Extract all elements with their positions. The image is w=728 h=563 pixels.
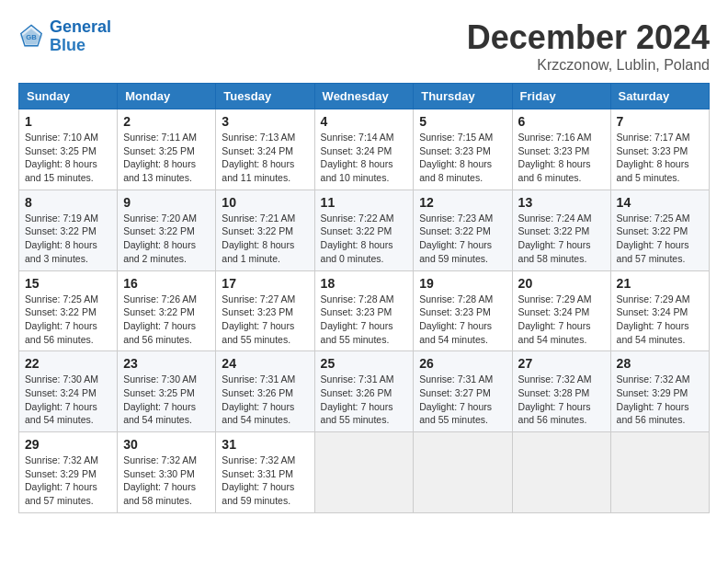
calendar-cell: 16 Sunrise: 7:26 AM Sunset: 3:22 PM Dayl… [118, 270, 216, 351]
calendar-cell: 18 Sunrise: 7:28 AM Sunset: 3:23 PM Dayl… [314, 270, 414, 351]
month-title: December 2024 [467, 18, 710, 57]
day-detail: Sunrise: 7:31 AM Sunset: 3:27 PM Dayligh… [419, 373, 506, 427]
day-detail: Sunrise: 7:25 AM Sunset: 3:22 PM Dayligh… [617, 212, 703, 266]
calendar-cell: 28 Sunrise: 7:32 AM Sunset: 3:29 PM Dayl… [610, 351, 709, 432]
day-number: 6 [518, 114, 605, 129]
day-detail: Sunrise: 7:20 AM Sunset: 3:22 PM Dayligh… [123, 212, 210, 266]
calendar-header-row: SundayMondayTuesdayWednesdayThursdayFrid… [19, 84, 710, 109]
day-number: 30 [123, 437, 210, 452]
page-header: GB General Blue December 2024 Krzczonow,… [18, 18, 710, 74]
calendar-cell [512, 432, 610, 513]
calendar-cell: 26 Sunrise: 7:31 AM Sunset: 3:27 PM Dayl… [414, 351, 512, 432]
calendar-cell: 24 Sunrise: 7:31 AM Sunset: 3:26 PM Dayl… [216, 351, 314, 432]
day-number: 25 [321, 356, 408, 371]
calendar-cell: 22 Sunrise: 7:30 AM Sunset: 3:24 PM Dayl… [19, 351, 118, 432]
day-detail: Sunrise: 7:32 AM Sunset: 3:31 PM Dayligh… [222, 454, 308, 508]
calendar-cell: 21 Sunrise: 7:29 AM Sunset: 3:24 PM Dayl… [610, 270, 709, 351]
day-detail: Sunrise: 7:24 AM Sunset: 3:22 PM Dayligh… [518, 212, 605, 266]
calendar-cell: 6 Sunrise: 7:16 AM Sunset: 3:23 PM Dayli… [512, 109, 610, 190]
calendar-table: SundayMondayTuesdayWednesdayThursdayFrid… [18, 83, 710, 513]
day-number: 3 [222, 114, 308, 129]
weekday-header-wednesday: Wednesday [314, 84, 414, 109]
day-detail: Sunrise: 7:11 AM Sunset: 3:25 PM Dayligh… [123, 131, 210, 185]
day-number: 15 [25, 276, 111, 291]
calendar-cell: 20 Sunrise: 7:29 AM Sunset: 3:24 PM Dayl… [512, 270, 610, 351]
day-detail: Sunrise: 7:25 AM Sunset: 3:22 PM Dayligh… [25, 293, 111, 347]
day-detail: Sunrise: 7:30 AM Sunset: 3:24 PM Dayligh… [25, 373, 111, 427]
calendar-cell: 19 Sunrise: 7:28 AM Sunset: 3:23 PM Dayl… [414, 270, 512, 351]
calendar-cell: 9 Sunrise: 7:20 AM Sunset: 3:22 PM Dayli… [118, 190, 216, 270]
day-number: 9 [123, 195, 210, 210]
calendar-cell [610, 432, 709, 513]
calendar-cell: 3 Sunrise: 7:13 AM Sunset: 3:24 PM Dayli… [216, 109, 314, 190]
day-number: 5 [419, 114, 506, 129]
day-detail: Sunrise: 7:27 AM Sunset: 3:23 PM Dayligh… [222, 293, 308, 347]
calendar-week-row: 29 Sunrise: 7:32 AM Sunset: 3:29 PM Dayl… [19, 432, 710, 513]
calendar-cell: 23 Sunrise: 7:30 AM Sunset: 3:25 PM Dayl… [118, 351, 216, 432]
day-number: 20 [518, 276, 605, 291]
day-detail: Sunrise: 7:10 AM Sunset: 3:25 PM Dayligh… [25, 131, 111, 185]
day-detail: Sunrise: 7:16 AM Sunset: 3:23 PM Dayligh… [518, 131, 605, 185]
weekday-header-thursday: Thursday [414, 84, 512, 109]
calendar-cell: 30 Sunrise: 7:32 AM Sunset: 3:30 PM Dayl… [118, 432, 216, 513]
day-number: 26 [419, 356, 506, 371]
logo-line2: Blue [50, 36, 85, 54]
day-detail: Sunrise: 7:21 AM Sunset: 3:22 PM Dayligh… [222, 212, 308, 266]
day-number: 10 [222, 195, 308, 210]
calendar-cell: 27 Sunrise: 7:32 AM Sunset: 3:28 PM Dayl… [512, 351, 610, 432]
day-number: 24 [222, 356, 308, 371]
day-detail: Sunrise: 7:32 AM Sunset: 3:30 PM Dayligh… [123, 454, 210, 508]
calendar-cell: 8 Sunrise: 7:19 AM Sunset: 3:22 PM Dayli… [19, 190, 118, 270]
day-detail: Sunrise: 7:29 AM Sunset: 3:24 PM Dayligh… [617, 293, 703, 347]
logo-text: General Blue [50, 18, 111, 55]
calendar-cell: 17 Sunrise: 7:27 AM Sunset: 3:23 PM Dayl… [216, 270, 314, 351]
calendar-cell: 12 Sunrise: 7:23 AM Sunset: 3:22 PM Dayl… [414, 190, 512, 270]
weekday-header-sunday: Sunday [19, 84, 118, 109]
calendar-cell: 1 Sunrise: 7:10 AM Sunset: 3:25 PM Dayli… [19, 109, 118, 190]
logo: GB General Blue [18, 18, 111, 55]
day-number: 16 [123, 276, 210, 291]
weekday-header-saturday: Saturday [610, 84, 709, 109]
day-number: 13 [518, 195, 605, 210]
day-number: 8 [25, 195, 111, 210]
day-number: 23 [123, 356, 210, 371]
calendar-cell: 14 Sunrise: 7:25 AM Sunset: 3:22 PM Dayl… [610, 190, 709, 270]
calendar-cell [314, 432, 414, 513]
calendar-week-row: 8 Sunrise: 7:19 AM Sunset: 3:22 PM Dayli… [19, 190, 710, 270]
logo-icon: GB [18, 24, 44, 50]
calendar-cell: 15 Sunrise: 7:25 AM Sunset: 3:22 PM Dayl… [19, 270, 118, 351]
calendar-cell: 13 Sunrise: 7:24 AM Sunset: 3:22 PM Dayl… [512, 190, 610, 270]
svg-text:GB: GB [26, 33, 37, 41]
day-number: 27 [518, 356, 605, 371]
calendar-cell: 31 Sunrise: 7:32 AM Sunset: 3:31 PM Dayl… [216, 432, 314, 513]
calendar-cell: 11 Sunrise: 7:22 AM Sunset: 3:22 PM Dayl… [314, 190, 414, 270]
day-number: 18 [321, 276, 408, 291]
weekday-header-monday: Monday [118, 84, 216, 109]
calendar-cell: 5 Sunrise: 7:15 AM Sunset: 3:23 PM Dayli… [414, 109, 512, 190]
day-detail: Sunrise: 7:31 AM Sunset: 3:26 PM Dayligh… [321, 373, 408, 427]
calendar-cell: 25 Sunrise: 7:31 AM Sunset: 3:26 PM Dayl… [314, 351, 414, 432]
day-number: 29 [25, 437, 111, 452]
day-detail: Sunrise: 7:31 AM Sunset: 3:26 PM Dayligh… [222, 373, 308, 427]
day-number: 2 [123, 114, 210, 129]
day-detail: Sunrise: 7:28 AM Sunset: 3:23 PM Dayligh… [419, 293, 506, 347]
day-detail: Sunrise: 7:32 AM Sunset: 3:28 PM Dayligh… [518, 373, 605, 427]
day-detail: Sunrise: 7:19 AM Sunset: 3:22 PM Dayligh… [25, 212, 111, 266]
day-number: 28 [617, 356, 703, 371]
day-detail: Sunrise: 7:22 AM Sunset: 3:22 PM Dayligh… [321, 212, 408, 266]
day-number: 11 [321, 195, 408, 210]
day-detail: Sunrise: 7:30 AM Sunset: 3:25 PM Dayligh… [123, 373, 210, 427]
calendar-week-row: 15 Sunrise: 7:25 AM Sunset: 3:22 PM Dayl… [19, 270, 710, 351]
day-number: 4 [321, 114, 408, 129]
day-detail: Sunrise: 7:29 AM Sunset: 3:24 PM Dayligh… [518, 293, 605, 347]
title-area: December 2024 Krzczonow, Lublin, Poland [467, 18, 710, 74]
weekday-header-tuesday: Tuesday [216, 84, 314, 109]
day-number: 31 [222, 437, 308, 452]
day-detail: Sunrise: 7:23 AM Sunset: 3:22 PM Dayligh… [419, 212, 506, 266]
calendar-cell: 10 Sunrise: 7:21 AM Sunset: 3:22 PM Dayl… [216, 190, 314, 270]
calendar-cell [414, 432, 512, 513]
day-number: 14 [617, 195, 703, 210]
day-number: 7 [617, 114, 703, 129]
day-detail: Sunrise: 7:32 AM Sunset: 3:29 PM Dayligh… [25, 454, 111, 508]
calendar-week-row: 22 Sunrise: 7:30 AM Sunset: 3:24 PM Dayl… [19, 351, 710, 432]
